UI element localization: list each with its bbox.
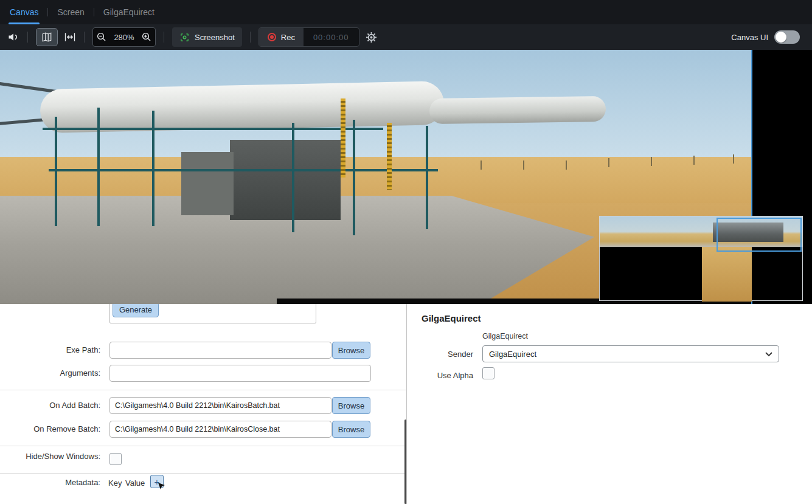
tab-gilgaequirect[interactable]: GilgaEquirect [102,0,156,24]
toolbar-separator [250,32,251,43]
scene-fence-post [523,161,524,170]
main-toolbar: 280% Screenshot Rec 00:00:00 Canvas UI [0,24,812,50]
scene-fence-post [733,154,734,164]
metadata-value-label: Value [125,477,145,489]
fit-width-icon[interactable] [64,31,76,43]
zoom-level-value: 280% [110,33,138,42]
zoom-in-button[interactable] [141,32,152,43]
scene-truss-beam [43,128,383,130]
toolbar-separator [84,32,85,43]
metadata-key-label: Key [108,477,122,489]
scene-fence-post [693,156,695,165]
exe-path-label: Exe Path: [3,342,100,359]
settings-panels: Generate Exe Path: Browse Arguments: On … [0,304,812,504]
record-control-group: Rec 00:00:00 [259,27,359,47]
screenshot-button[interactable]: Screenshot [172,27,242,47]
tab-canvas[interactable]: Canvas [9,0,40,24]
record-icon [268,33,276,41]
record-label: Rec [281,33,295,42]
right-panel-title: GilgaEquirect [422,313,481,323]
cursor-icon [158,482,165,492]
zoom-control-group: 280% [92,27,156,47]
hide-show-windows-label: Hide/Show Windows: [3,450,100,463]
screenshot-camera-icon [179,32,190,43]
scene-ladder [341,98,345,178]
scene-truss-post [353,120,355,235]
scene-fence-post [481,161,482,170]
section-divider [0,390,406,390]
scene-tank-cylinder-end [429,96,606,124]
zoom-out-button[interactable] [96,32,107,43]
section-divider [0,473,406,474]
sender-label: Sender [425,350,473,359]
use-alpha-label: Use Alpha [425,371,473,380]
exe-path-input[interactable] [109,342,331,359]
on-remove-batch-browse-button[interactable]: Browse [332,421,370,438]
generate-button[interactable]: Generate [113,304,159,317]
hide-show-windows-checkbox[interactable] [109,453,122,465]
use-alpha-checkbox[interactable] [482,367,494,379]
tab-separator [94,8,94,16]
settings-gear-icon[interactable] [366,32,377,43]
sender-field-caption: GilgaEquirect [482,332,528,340]
exe-path-browse-button[interactable]: Browse [332,342,370,359]
scene-truss-beam [49,169,438,171]
scene-truss-post [97,108,100,226]
scene-truss-post [55,117,57,226]
sender-select-value: GilgaEquirect [489,350,536,359]
arguments-label: Arguments: [3,365,100,382]
on-remove-batch-input[interactable] [109,421,331,438]
chevron-down-icon [765,350,772,359]
equirect-minimap[interactable] [599,216,803,301]
canvas-ui-toggle[interactable] [774,30,800,44]
scene-fence-post [651,157,652,166]
left-panel-scrollbar[interactable] [404,419,406,504]
speaker-icon[interactable] [7,31,19,43]
section-divider [0,446,406,446]
toolbar-separator [27,32,28,43]
scene-fence-post [566,161,567,170]
minimap-selection-rect[interactable] [717,218,802,252]
toggle-knob [776,32,786,43]
screenshot-label: Screenshot [195,33,235,42]
on-add-batch-input[interactable] [109,397,331,414]
tab-screen[interactable]: Screen [56,0,85,24]
canvas-ui-label: Canvas UI [731,33,768,42]
scene-fence-post [608,158,609,167]
scene-equipment-box [230,140,341,220]
metadata-label: Metadata: [3,477,100,489]
top-tab-bar: Canvas Screen GilgaEquirect [0,0,812,24]
map-view-button[interactable] [36,28,58,46]
scene-ladder [387,123,392,190]
canvas-ui-toggle-group: Canvas UI [731,30,805,44]
scene-truss-post [292,123,294,232]
on-add-batch-browse-button[interactable]: Browse [332,397,370,414]
minimap-sand-column [702,247,752,302]
toolbar-separator [164,32,164,43]
scene-truss-post [426,126,428,229]
tab-separator [47,8,48,16]
arguments-input[interactable] [109,365,371,382]
scene-equipment-box [181,152,234,215]
scene-tank-cylinder [40,81,444,133]
record-timer: 00:00:00 [304,33,359,42]
panel-divider [406,304,407,504]
render-viewport[interactable] [0,50,812,304]
sender-select[interactable]: GilgaEquirect [482,345,779,362]
on-add-batch-label: On Add Batch: [3,397,100,414]
record-button[interactable]: Rec [259,28,304,46]
on-remove-batch-label: On Remove Batch: [3,421,100,438]
